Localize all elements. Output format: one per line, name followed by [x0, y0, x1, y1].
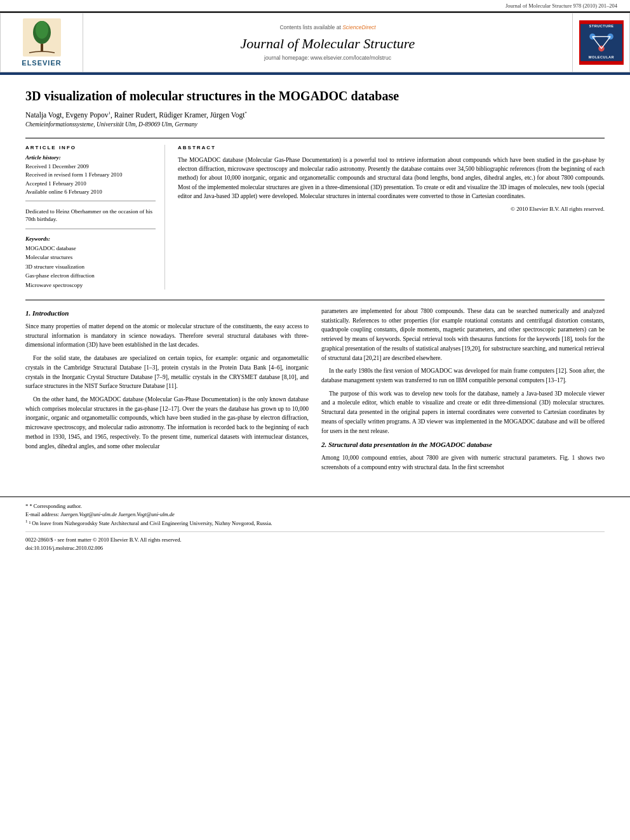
- history-revised: Received in revised form 1 February 2010: [25, 171, 156, 180]
- abstract-section: ABSTRACT The MOGADOC database (Molecular…: [178, 145, 605, 290]
- info-divider-2: [25, 229, 156, 229]
- svg-point-3: [36, 21, 48, 39]
- section2-body: Among 10,000 compound entries, about 780…: [321, 453, 605, 472]
- section1-body: Since many properties of matter depend o…: [25, 322, 309, 451]
- authors-line: Natalja Vogt, Evgeny Popov1, Rainer Rude…: [25, 110, 605, 119]
- affiliation: Chemieinformationssysteme, Universität U…: [25, 121, 605, 128]
- homepage-line: journal homepage: www.elsevier.com/locat…: [264, 55, 391, 61]
- keywords-title: Keywords:: [25, 236, 156, 242]
- dedication: Dedicated to Heinz Oberhammer on the occ…: [25, 208, 156, 223]
- email-label: E-mail address:: [25, 511, 59, 517]
- article-info-title: ARTICLE INFO: [25, 145, 156, 150]
- footer-hr: [25, 531, 605, 532]
- para-r3: The purpose of this work was to develop …: [321, 389, 605, 436]
- email-address: Juergen.Vogt@uni-ulm.de: [60, 511, 117, 517]
- page-footer: * * Corresponding author. E-mail address…: [0, 497, 630, 557]
- para-3: On the other hand, the MOGADOC database …: [25, 395, 309, 451]
- para-r2: In the early 1980s the first version of …: [321, 366, 605, 385]
- article-info: ARTICLE INFO Article history: Received 1…: [25, 145, 165, 290]
- history-received: Received 1 December 2009: [25, 163, 156, 171]
- authors-text: Natalja Vogt, Evgeny Popov1, Rainer Rude…: [25, 111, 247, 119]
- main-content: 3D visualization of molecular structures…: [0, 75, 630, 490]
- info-abstract-section: ARTICLE INFO Article history: Received 1…: [25, 138, 605, 290]
- para-1: Since many properties of matter depend o…: [25, 322, 309, 350]
- homepage-url: journal homepage: www.elsevier.com/locat…: [264, 55, 391, 61]
- elsevier-logo: ELSEVIER: [22, 18, 61, 67]
- para-2: For the solid state, the databases are s…: [25, 354, 309, 391]
- svg-rect-1: [41, 44, 43, 51]
- keyword-3: 3D structure visualization: [25, 262, 156, 271]
- keyword-1: MOGADOC database: [25, 244, 156, 253]
- section2-heading: 2. Structural data presentation in the M…: [321, 441, 605, 448]
- footer-footnote1: 1 ¹ On leave from Nizhegorodsky State Ar…: [25, 518, 605, 528]
- info-divider: [25, 201, 156, 201]
- footer-doi: doi:10.1016/j.molstruc.2010.02.006: [25, 544, 605, 552]
- history-accepted: Accepted 1 February 2010: [25, 180, 156, 189]
- history-title: Article history:: [25, 154, 156, 161]
- elsevier-label: ELSEVIER: [22, 59, 61, 67]
- abstract-title: ABSTRACT: [178, 145, 605, 150]
- footer-email: E-mail address: Juergen.Vogt@uni-ulm.de …: [25, 510, 605, 519]
- keyword-5: Microwave spectroscopy: [25, 281, 156, 290]
- svg-text:MOLECULAR: MOLECULAR: [588, 55, 613, 59]
- keyword-2: Molecular structures: [25, 253, 156, 262]
- right-column: parameters are implemented for about 780…: [321, 307, 605, 477]
- body-columns: 1. Introduction Since many properties of…: [25, 307, 605, 477]
- article-title: 3D visualization of molecular structures…: [25, 88, 605, 104]
- footer-corresponding: * * Corresponding author.: [25, 502, 605, 510]
- footer-copyright: 0022-2860/$ - see front matter © 2010 El…: [25, 536, 605, 544]
- keyword-4: Gas-phase electron diffraction: [25, 271, 156, 280]
- sciencedirect-link: ScienceDirect: [342, 24, 375, 30]
- abstract-text: The MOGADOC database (Molecular Gas-Phas…: [178, 156, 605, 201]
- history-online: Available online 6 February 2010: [25, 188, 156, 197]
- abstract-copyright: © 2010 Elsevier B.V. All rights reserved…: [178, 206, 605, 212]
- section1-heading: 1. Introduction: [25, 309, 309, 317]
- journal-reference: Journal of Molecular Structure 978 (2010…: [315, 3, 617, 9]
- mol-struct-svg: MOLECULAR STRUCTURE: [579, 22, 624, 63]
- svg-rect-6: [580, 61, 622, 63]
- elsevier-logo-area: ELSEVIER: [1, 13, 83, 72]
- left-column: 1. Introduction Since many properties of…: [25, 307, 309, 477]
- banner-center: Contents lists available at ScienceDirec…: [83, 13, 572, 72]
- body-divider: [25, 300, 605, 300]
- journal-title-banner: Journal of Molecular Structure: [241, 36, 415, 52]
- para-r1: parameters are implemented for about 780…: [321, 307, 605, 363]
- svg-rect-5: [580, 22, 622, 24]
- sciencedirect-line: Contents lists available at ScienceDirec…: [279, 24, 375, 30]
- section1-right-body: parameters are implemented for about 780…: [321, 307, 605, 436]
- journal-banner: ELSEVIER Contents lists available at Sci…: [0, 13, 630, 72]
- mol-struct-logo: MOLECULAR STRUCTURE: [579, 20, 624, 65]
- top-header: Journal of Molecular Structure 978 (2010…: [0, 0, 630, 13]
- mol-struct-logo-area: MOLECULAR STRUCTURE: [572, 13, 629, 72]
- elsevier-tree-icon: [23, 18, 61, 57]
- svg-text:STRUCTURE: STRUCTURE: [589, 24, 613, 28]
- para-s2-1: Among 10,000 compound entries, about 780…: [321, 453, 605, 472]
